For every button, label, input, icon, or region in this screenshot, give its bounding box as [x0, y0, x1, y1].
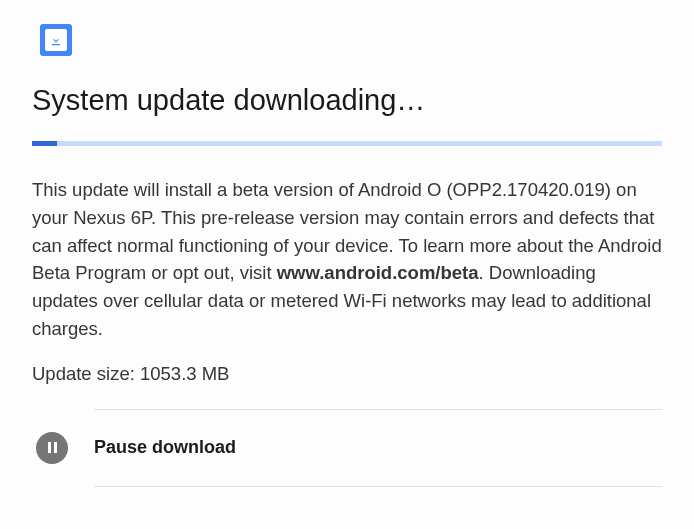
divider: [94, 486, 662, 487]
pause-icon: [36, 432, 68, 464]
download-icon: [45, 29, 67, 51]
page-title: System update downloading…: [32, 84, 662, 117]
pause-download-label: Pause download: [94, 437, 236, 458]
download-progress-fill: [32, 141, 57, 146]
update-description: This update will install a beta version …: [32, 176, 662, 343]
download-progress-bar: [32, 141, 662, 146]
download-app-icon: [40, 24, 72, 56]
pause-download-button[interactable]: Pause download: [32, 410, 662, 486]
beta-program-link: www.android.com/beta: [277, 262, 479, 283]
update-size: Update size: 1053.3 MB: [32, 363, 662, 385]
